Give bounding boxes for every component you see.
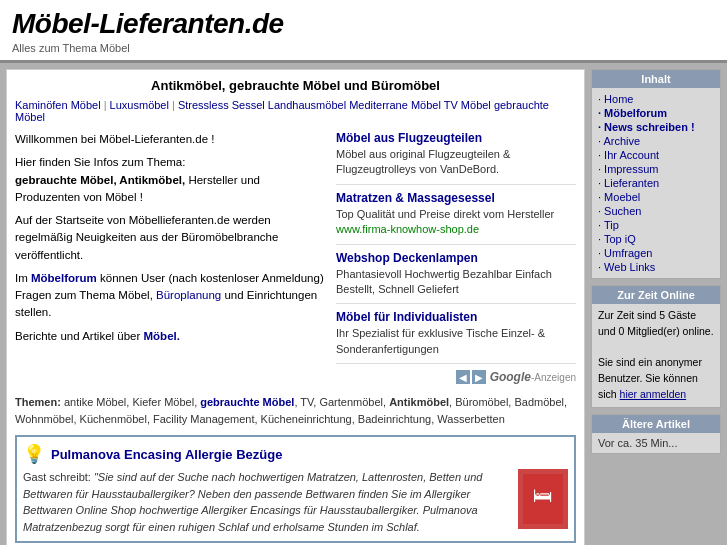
news-box-header: 💡 Pulmanova Encasing Allergie Bezüge bbox=[23, 443, 568, 465]
site-subtitle: Alles zum Thema Möbel bbox=[12, 42, 715, 54]
google-logo: Google bbox=[490, 370, 531, 384]
sidebar-account[interactable]: · Ihr Account bbox=[598, 148, 714, 162]
news-content: Gast schreibt: "Sie sind auf der Suche n… bbox=[23, 469, 512, 535]
sidebar-home[interactable]: · Home bbox=[598, 92, 714, 106]
ad-3-title[interactable]: Webshop Deckenlampen bbox=[336, 251, 478, 265]
news-image: 🛏 bbox=[518, 469, 568, 529]
sidebar-archive[interactable]: · Archive bbox=[598, 134, 714, 148]
ad-2-url[interactable]: www.firma-knowhow-shop.de bbox=[336, 223, 479, 235]
ad-2-desc: Top Qualität und Preise direkt vom Herst… bbox=[336, 207, 576, 238]
ad-3: Webshop Deckenlampen Phantasievoll Hochw… bbox=[336, 251, 576, 305]
welcome-text: Willkommen bei Möbel-Lieferanten.de ! bbox=[15, 131, 328, 148]
bottom-themes: Themen: antike Möbel, Kiefer Möbel, gebr… bbox=[15, 394, 576, 427]
older-articles-header: Ältere Artikel bbox=[592, 415, 720, 433]
nav-tvmoebel[interactable]: TV Möbel bbox=[444, 99, 491, 111]
nav-kaminofen[interactable]: Kaminöfen bbox=[15, 99, 68, 111]
ad-1-desc: Möbel aus original Flugzeugteilen & Flug… bbox=[336, 147, 576, 178]
sidebar: Inhalt · Home · Möbelforum · News schrei… bbox=[591, 69, 721, 545]
anmelden-link[interactable]: hier anmelden bbox=[620, 388, 687, 400]
ad-2-title[interactable]: Matratzen & Massagesessel bbox=[336, 191, 495, 205]
info-text: Hier finden Sie Infos zum Thema: gebrauc… bbox=[15, 154, 328, 206]
ad-4: Möbel für Individualisten Ihr Spezialist… bbox=[336, 310, 576, 364]
moebel-link[interactable]: Möbel. bbox=[144, 330, 180, 342]
nav-links: Kaminöfen Möbel | Luxusmöbel | Stressles… bbox=[15, 99, 576, 123]
nav-mediterrane[interactable]: Mediterrane Möbel bbox=[349, 99, 441, 111]
ad-1-title[interactable]: Möbel aus Flugzeugteilen bbox=[336, 131, 482, 145]
sidebar-tip[interactable]: · Tip bbox=[598, 218, 714, 232]
inhalt-content: · Home · Möbelforum · News schreiben ! ·… bbox=[592, 88, 720, 278]
google-anzeigen-label: -Anzeigen bbox=[531, 372, 576, 383]
forum-text: Im Möbelforum können User (nach kostenlo… bbox=[15, 270, 328, 322]
news-icon: 💡 bbox=[23, 443, 45, 465]
sidebar-top10[interactable]: · Top iQ bbox=[598, 232, 714, 246]
online-header: Zur Zeit Online bbox=[592, 286, 720, 304]
startseite-text: Auf der Startseite von Möbellieferanten.… bbox=[15, 212, 328, 264]
online-box: Zur Zeit Online Zur Zeit sind 5 Gäste un… bbox=[591, 285, 721, 408]
ad-3-desc: Phantasievoll Hochwertig Bezahlbar Einfa… bbox=[336, 267, 576, 298]
right-ads: Möbel aus Flugzeugteilen Möbel aus origi… bbox=[336, 131, 576, 388]
gebrauchte-moebel-link[interactable]: gebrauchte Möbel bbox=[200, 396, 294, 408]
header: Möbel-Lieferanten.de Alles zum Thema Möb… bbox=[0, 0, 727, 63]
sidebar-lieferanten[interactable]: · Lieferanten bbox=[598, 176, 714, 190]
nav-luxusmoebel[interactable]: Luxusmöbel bbox=[110, 99, 169, 111]
nav-moebel[interactable]: Möbel bbox=[71, 99, 101, 111]
svg-text:🛏: 🛏 bbox=[533, 484, 553, 506]
center-content: Antikmöbel, gebrauchte Möbel und Büromöb… bbox=[6, 69, 585, 545]
sidebar-suchen[interactable]: · Suchen bbox=[598, 204, 714, 218]
ad-1: Möbel aus Flugzeugteilen Möbel aus origi… bbox=[336, 131, 576, 185]
site-title: Möbel-Lieferanten.de bbox=[12, 8, 715, 40]
sidebar-impressum[interactable]: · Impressum bbox=[598, 162, 714, 176]
berichte-text: Berichte und Artikel über Möbel. bbox=[15, 328, 328, 345]
online-text: Zur Zeit sind 5 Gäste und 0 Mitglied(er)… bbox=[598, 309, 714, 337]
sidebar-umfragen[interactable]: · Umfragen bbox=[598, 246, 714, 260]
news-box: 💡 Pulmanova Encasing Allergie Bezüge Gas… bbox=[15, 435, 576, 543]
content-columns: Willkommen bei Möbel-Lieferanten.de ! Hi… bbox=[15, 131, 576, 388]
bueroplanung-link[interactable]: Büroplanung bbox=[156, 289, 221, 301]
next-arrow[interactable]: ▶ bbox=[472, 370, 486, 384]
nav-arrows: ◀ ▶ bbox=[456, 370, 486, 384]
news-box-inner: Gast schreibt: "Sie sind auf der Suche n… bbox=[23, 469, 568, 535]
inhalt-box: Inhalt · Home · Möbelforum · News schrei… bbox=[591, 69, 721, 279]
nav-landhausmoebel[interactable]: Landhausmöbel bbox=[268, 99, 346, 111]
left-column: Willkommen bei Möbel-Lieferanten.de ! Hi… bbox=[15, 131, 328, 388]
ad-2: Matratzen & Massagesessel Top Qualität u… bbox=[336, 191, 576, 245]
older-articles-box: Ältere Artikel Vor ca. 35 Min... bbox=[591, 414, 721, 454]
main-layout: Antikmöbel, gebrauchte Möbel und Büromöb… bbox=[0, 63, 727, 545]
page-title: Antikmöbel, gebrauchte Möbel und Büromöb… bbox=[15, 78, 576, 93]
google-anzeigen: ◀ ▶ Google -Anzeigen bbox=[336, 370, 576, 384]
ad-4-desc: Ihr Spezialist für exklusive Tische Einz… bbox=[336, 326, 576, 357]
news-title: Pulmanova Encasing Allergie Bezüge bbox=[51, 447, 282, 462]
ad-4-title[interactable]: Möbel für Individualisten bbox=[336, 310, 477, 324]
sidebar-moebel[interactable]: · Moebel bbox=[598, 190, 714, 204]
sidebar-forum[interactable]: · Möbelforum bbox=[598, 106, 714, 120]
online-content: Zur Zeit sind 5 Gäste und 0 Mitglied(er)… bbox=[592, 304, 720, 407]
inhalt-header: Inhalt bbox=[592, 70, 720, 88]
nav-stressless[interactable]: Stressless Sessel bbox=[178, 99, 265, 111]
older-articles-content: Vor ca. 35 Min... bbox=[592, 433, 720, 453]
news-text: Gast schreibt: "Sie sind auf der Suche n… bbox=[23, 469, 512, 535]
prev-arrow[interactable]: ◀ bbox=[456, 370, 470, 384]
forum-link[interactable]: Möbelforum bbox=[31, 272, 97, 284]
sidebar-weblinks[interactable]: · Web Links bbox=[598, 260, 714, 274]
sidebar-news[interactable]: · News schreiben ! bbox=[598, 120, 714, 134]
